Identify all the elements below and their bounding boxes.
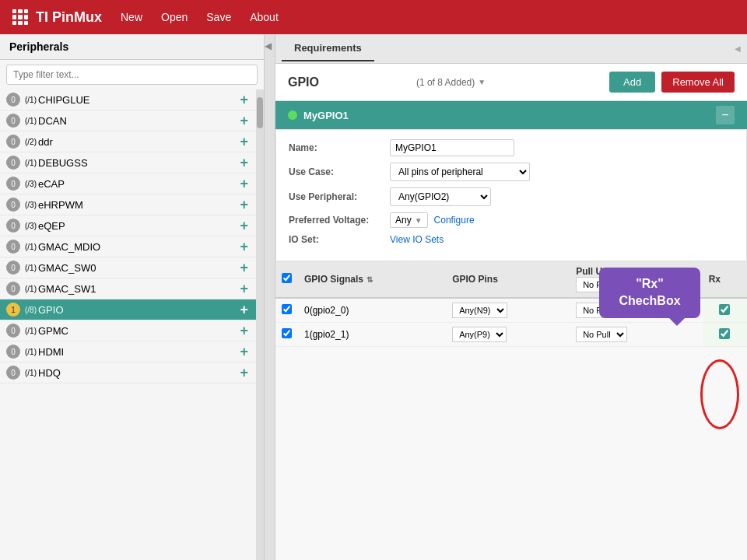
th-gpio-signals: GPIO Signals ⇅ — [298, 261, 446, 298]
sidebar-scroll-area: 0 (/1) CHIPGLUE + 0 (/1) DCAN + 0 (/2) d… — [0, 89, 264, 560]
table-row: 1(gpio2_1) Any(P9) No Pull — [275, 323, 747, 347]
remove-all-button[interactable]: Remove All — [661, 72, 735, 93]
io-set-label: IO Set: — [289, 234, 390, 245]
add-gpmc-btn[interactable]: + — [238, 324, 250, 338]
right-panel: Requirements ◀ GPIO (1 of 8 Added) ▼ Add… — [275, 34, 747, 560]
instance-name: MyGPIO1 — [303, 110, 716, 121]
use-case-select[interactable]: All pins of peripheral — [390, 163, 530, 181]
row1-pull: No Pull — [570, 323, 703, 347]
add-dcan-btn[interactable]: + — [238, 114, 250, 128]
row0-checkbox[interactable] — [282, 304, 292, 314]
add-ehrpwm-btn[interactable]: + — [238, 198, 250, 212]
add-gpio-btn[interactable]: + — [238, 303, 250, 317]
peripherals-list: 0 (/1) CHIPGLUE + 0 (/1) DCAN + 0 (/2) d… — [0, 89, 256, 560]
row0-signal: 0(gpio2_0) — [298, 298, 446, 323]
add-ddr-btn[interactable]: + — [238, 135, 250, 149]
select-all-checkbox[interactable] — [282, 273, 292, 283]
peripheral-item-gmac-sw1[interactable]: 0 (/1) GMAC_SW1 + — [0, 278, 256, 299]
navbar: TI PinMux New Open Save About — [0, 0, 747, 34]
config-form: Name: Use Case: All pins of peripheral U… — [275, 129, 747, 261]
use-peripheral-label: Use Peripheral: — [289, 191, 390, 202]
row1-checkbox[interactable] — [282, 328, 292, 338]
row1-pin-select[interactable]: Any(P9) — [452, 327, 507, 342]
use-peripheral-select[interactable]: Any(GPIO2) — [390, 187, 491, 206]
add-chipglue-btn[interactable]: + — [238, 93, 250, 107]
app-title: TI PinMux — [36, 9, 102, 26]
add-gmac-sw1-btn[interactable]: + — [238, 282, 250, 296]
row0-rx-checkbox[interactable] — [719, 304, 730, 315]
row1-rx-cell — [703, 323, 747, 347]
peripheral-item-gpio[interactable]: 1 (/8) GPIO + — [0, 299, 256, 320]
scrollbar-thumb[interactable] — [257, 97, 263, 128]
th-rx: Rx — [703, 261, 747, 298]
peripheral-item-gmac-sw0[interactable]: 0 (/1) GMAC_SW0 + — [0, 257, 256, 278]
add-gmac-mdio-btn[interactable]: + — [238, 240, 250, 254]
sidebar: Peripherals 0 (/1) CHIPGLUE + 0 (/1) DCA… — [0, 34, 265, 560]
peripheral-item-eqep[interactable]: 0 (/3) eQEP + — [0, 215, 256, 236]
app-brand: TI PinMux — [12, 9, 102, 26]
peripheral-item-chipglue[interactable]: 0 (/1) CHIPGLUE + — [0, 89, 256, 110]
peripheral-item-hdmi[interactable]: 0 (/1) HDMI + — [0, 341, 256, 362]
form-row-use-peripheral: Use Peripheral: Any(GPIO2) — [289, 187, 734, 206]
peripheral-item-ehrpwm[interactable]: 0 (/3) eHRPWM + — [0, 194, 256, 215]
annotation-line2: ChechBox — [612, 292, 688, 310]
configure-link[interactable]: Configure — [434, 215, 475, 226]
sidebar-scrollbar[interactable] — [256, 89, 264, 560]
status-dot — [288, 110, 297, 120]
use-case-label: Use Case: — [289, 166, 390, 177]
peripheral-item-debugss[interactable]: 0 (/1) DEBUGSS + — [0, 152, 256, 173]
name-input[interactable] — [390, 139, 514, 156]
nav-about[interactable]: About — [250, 11, 279, 23]
peripheral-item-dcan[interactable]: 0 (/1) DCAN + — [0, 110, 256, 131]
gpio-count: (1 of 8 Added) — [416, 77, 475, 88]
name-label: Name: — [289, 142, 390, 153]
row1-pull-select[interactable]: No Pull — [576, 327, 627, 342]
row1-pin: Any(P9) — [446, 323, 570, 347]
peripheral-item-hdq[interactable]: 0 (/1) HDQ + — [0, 362, 256, 383]
peripheral-item-gmac-mdio[interactable]: 0 (/1) GMAC_MDIO + — [0, 236, 256, 257]
add-hdmi-btn[interactable]: + — [238, 345, 250, 359]
th-gpio-pins: GPIO Pins — [446, 261, 570, 298]
add-gmac-sw0-btn[interactable]: + — [238, 261, 250, 275]
collapse-instance-btn[interactable]: − — [716, 106, 735, 124]
row0-check-cell — [275, 298, 298, 323]
add-ecap-btn[interactable]: + — [238, 177, 250, 191]
tab-requirements[interactable]: Requirements — [282, 36, 374, 61]
form-row-name: Name: — [289, 139, 734, 156]
gpio-header: GPIO (1 of 8 Added) ▼ Add Remove All — [275, 64, 747, 101]
peripheral-item-gpmc[interactable]: 0 (/1) GPMC + — [0, 320, 256, 341]
filter-input[interactable] — [6, 65, 258, 85]
main-container: Peripherals 0 (/1) CHIPGLUE + 0 (/1) DCA… — [0, 34, 747, 560]
add-hdq-btn[interactable]: + — [238, 366, 250, 380]
annotation-box: "Rx" ChechBox — [599, 268, 700, 318]
voltage-arrow-icon: ▼ — [415, 216, 423, 225]
row0-pin-select[interactable]: Any(N9) — [452, 303, 507, 318]
nav-new[interactable]: New — [121, 11, 142, 23]
sidebar-collapse-handle[interactable]: ◀ — [265, 34, 275, 560]
add-debugss-btn[interactable]: + — [238, 156, 250, 170]
gpio-dropdown-icon[interactable]: ▼ — [478, 78, 486, 86]
sort-icon[interactable]: ⇅ — [366, 275, 373, 284]
add-gpio-button[interactable]: Add — [609, 72, 655, 93]
row0-rx-cell — [703, 298, 747, 323]
nav-open[interactable]: Open — [161, 11, 188, 23]
row1-rx-checkbox[interactable] — [719, 328, 730, 339]
view-io-sets-link[interactable]: View IO Sets — [390, 234, 444, 245]
row0-pin: Any(N9) — [446, 298, 570, 323]
tabs-bar: Requirements ◀ — [275, 34, 747, 64]
peripheral-item-ecap[interactable]: 0 (/3) eCAP + — [0, 173, 256, 194]
preferred-voltage-label: Preferred Voltage: — [289, 215, 390, 226]
form-row-voltage: Preferred Voltage: Any ▼ Configure — [289, 212, 734, 228]
gpio-title: GPIO — [288, 75, 412, 89]
peripheral-item-ddr[interactable]: 0 (/2) ddr + — [0, 131, 256, 152]
voltage-select[interactable]: Any ▼ — [390, 212, 428, 228]
mygpio-row: MyGPIO1 − — [275, 101, 747, 129]
row1-signal: 1(gpio2_1) — [298, 323, 446, 347]
nav-save[interactable]: Save — [206, 11, 231, 23]
th-check — [275, 261, 298, 298]
panel-scroll-indicator: ◀ — [735, 44, 741, 53]
add-eqep-btn[interactable]: + — [238, 219, 250, 233]
form-row-io-set: IO Set: View IO Sets — [289, 234, 734, 245]
form-row-use-case: Use Case: All pins of peripheral — [289, 163, 734, 181]
red-circle-annotation — [700, 359, 739, 429]
